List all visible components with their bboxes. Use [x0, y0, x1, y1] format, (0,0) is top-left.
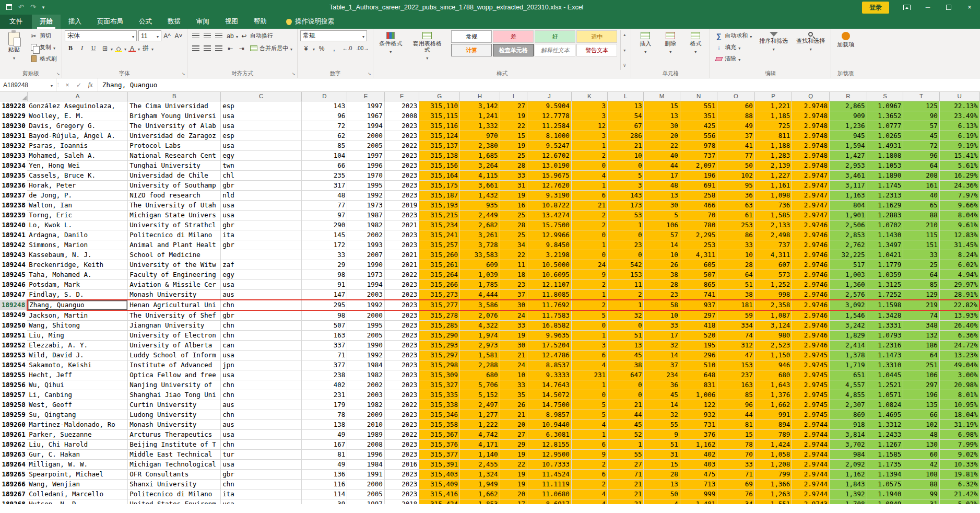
cell[interactable]: 0: [571, 160, 607, 170]
cell[interactable]: 53: [608, 210, 644, 220]
cell[interactable]: 1,685: [460, 150, 500, 160]
cell[interactable]: 2023: [384, 300, 419, 310]
cell[interactable]: 1,003: [829, 270, 867, 279]
cell[interactable]: 607: [754, 260, 792, 270]
cell[interactable]: Parker, Suezanne: [27, 429, 128, 439]
cell[interactable]: 5: [571, 400, 607, 410]
cell[interactable]: 1970: [347, 170, 384, 180]
cell[interactable]: 2022: [384, 429, 419, 439]
cell[interactable]: 1: [571, 180, 607, 190]
cell[interactable]: 2.9746: [792, 260, 830, 270]
cell[interactable]: 315,138: [419, 150, 460, 160]
cell[interactable]: 4,557: [829, 380, 867, 390]
cell[interactable]: 47: [717, 350, 754, 360]
cell[interactable]: University of Electron: [128, 330, 221, 340]
cell[interactable]: 57: [644, 230, 680, 240]
cell[interactable]: 55: [608, 449, 644, 459]
cell[interactable]: 24.72%: [939, 340, 979, 350]
cell[interactable]: chn: [221, 439, 302, 449]
font-family-select[interactable]: 宋体: [65, 30, 137, 41]
cell-style-good[interactable]: 好: [535, 30, 575, 43]
cell[interactable]: Monash University: [128, 419, 221, 429]
cell[interactable]: 76: [717, 489, 754, 499]
cell[interactable]: 26: [500, 400, 527, 410]
cell[interactable]: 1,585: [754, 210, 792, 220]
cell[interactable]: 106: [903, 370, 939, 380]
cell[interactable]: 15: [500, 131, 527, 141]
cell[interactable]: 36: [717, 190, 754, 200]
cell[interactable]: 1,324: [460, 469, 500, 479]
cell[interactable]: 253: [717, 220, 754, 230]
cell[interactable]: 741: [680, 289, 717, 300]
cell[interactable]: 1.3310: [867, 360, 903, 370]
row-number[interactable]: 189261: [0, 429, 27, 439]
cell[interactable]: School of Medicine: [128, 250, 221, 260]
cell[interactable]: 172: [302, 240, 347, 250]
cell[interactable]: 651: [829, 370, 867, 380]
cell[interactable]: 2022: [384, 270, 419, 279]
column-header-J[interactable]: J: [527, 92, 572, 101]
cell[interactable]: 1.0421: [867, 250, 903, 260]
cell[interactable]: 2023: [384, 230, 419, 240]
tab-file[interactable]: 文件: [0, 15, 32, 29]
cell[interactable]: Shanxi University: [128, 479, 221, 489]
cell[interactable]: 96: [302, 111, 347, 121]
cell[interactable]: 1: [608, 439, 644, 449]
cell[interactable]: 21.42%: [939, 489, 979, 499]
cell[interactable]: 2.9745: [792, 350, 830, 360]
cell[interactable]: 1.1629: [867, 200, 903, 210]
cell[interactable]: 4: [571, 170, 607, 180]
cell[interactable]: can: [221, 340, 302, 350]
cell[interactable]: 10: [608, 150, 644, 160]
gallery-more-icon[interactable]: ⊽: [621, 62, 628, 69]
cell[interactable]: 40: [903, 190, 939, 200]
cell[interactable]: 44: [608, 410, 644, 419]
cell[interactable]: 551: [680, 101, 717, 111]
cell[interactable]: 11.4524: [527, 469, 572, 479]
cell[interactable]: 33: [644, 320, 680, 330]
cell[interactable]: 9.5904: [527, 101, 572, 111]
cell[interactable]: 62: [302, 131, 347, 141]
row-number[interactable]: 189233: [0, 150, 27, 160]
cell[interactable]: OFR Consultants: [128, 469, 221, 479]
cell[interactable]: 20: [644, 131, 680, 141]
cell[interactable]: 0: [608, 320, 644, 330]
cell[interactable]: usa: [221, 350, 302, 360]
cell[interactable]: gbr: [221, 310, 302, 321]
cell[interactable]: 11.7583: [527, 310, 572, 321]
cell[interactable]: 3,117: [829, 180, 867, 190]
cell[interactable]: 1.0967: [867, 101, 903, 111]
cell[interactable]: 2023: [384, 279, 419, 289]
cell[interactable]: 231: [571, 370, 607, 380]
cell[interactable]: 15: [644, 459, 680, 469]
cell[interactable]: 6.98%: [939, 429, 979, 439]
cell[interactable]: 1,551: [754, 499, 792, 504]
cell[interactable]: 1991: [347, 469, 384, 479]
cell[interactable]: 556: [680, 131, 717, 141]
cell[interactable]: 2023: [384, 419, 419, 429]
cell[interactable]: 1982: [347, 220, 384, 230]
cell[interactable]: 1,150: [754, 350, 792, 360]
cell[interactable]: 10.33%: [939, 459, 979, 469]
cell[interactable]: 315,358: [419, 419, 460, 429]
cell[interactable]: Nanjing University of: [128, 380, 221, 390]
cell[interactable]: NIZO food research: [128, 190, 221, 200]
cell[interactable]: 2,497: [460, 400, 500, 410]
cell[interactable]: 1.3428: [867, 310, 903, 321]
comma-style-button[interactable]: ,: [328, 43, 340, 54]
cell[interactable]: 1,087: [754, 310, 792, 321]
cell[interactable]: 1.1779: [867, 260, 903, 270]
cell[interactable]: 1973: [347, 270, 384, 279]
cell[interactable]: 1.0575: [867, 479, 903, 489]
cell[interactable]: 9.8450: [527, 240, 572, 250]
tab-home[interactable]: 开始: [32, 15, 61, 29]
cell[interactable]: 1,241: [460, 111, 500, 121]
number-dialog-launcher[interactable]: [367, 72, 372, 77]
cell[interactable]: 1,829: [829, 330, 867, 340]
cell[interactable]: 78: [717, 439, 754, 449]
cell[interactable]: 2021: [384, 220, 419, 230]
cell[interactable]: 11.0680: [527, 489, 572, 499]
cell[interactable]: 1997: [347, 101, 384, 111]
cell[interactable]: 38: [644, 270, 680, 279]
cell[interactable]: 909: [829, 111, 867, 121]
